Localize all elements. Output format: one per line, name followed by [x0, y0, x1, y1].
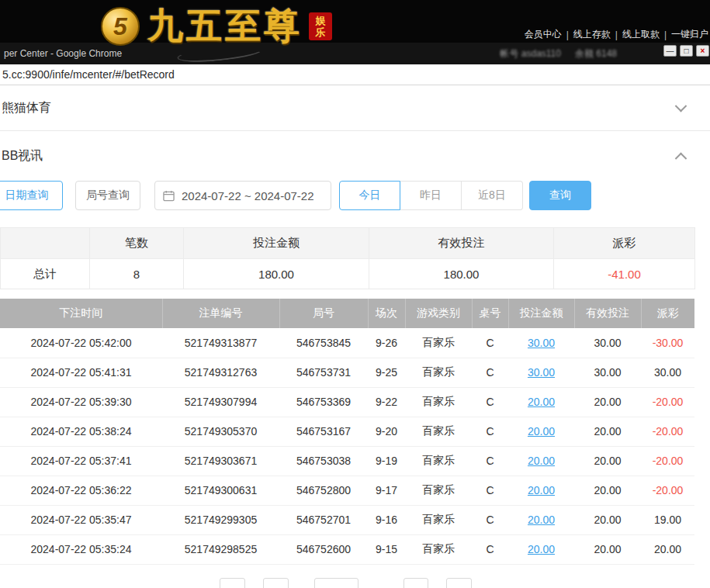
site-logo[interactable]: 5 九五至尊 娱 乐: [101, 2, 332, 50]
payout-cell: 19.00: [641, 505, 694, 534]
payout-cell: -20.00: [641, 417, 694, 446]
summary-header-bet: 投注金额: [184, 228, 369, 259]
table-number-cell: C: [472, 505, 508, 534]
game-type-cell: 百家乐: [405, 446, 472, 476]
bet-amount-cell: 20.00: [508, 534, 574, 564]
summary-total-label: 总计: [1, 259, 90, 289]
table-row: 2024-07-22 05:41:31521749312763546753731…: [0, 358, 694, 387]
order-number-cell: 521749312763: [162, 358, 279, 387]
bet-amount-link[interactable]: 30.00: [528, 337, 555, 349]
last-8-days-button[interactable]: 近8日: [462, 181, 523, 210]
today-button[interactable]: 今日: [339, 181, 400, 210]
summary-total-row: 总计 8 180.00 180.00 -41.00: [1, 259, 695, 289]
table-number-cell: C: [472, 446, 508, 476]
summary-payout-value: -41.00: [554, 259, 695, 289]
order-number-cell: 521749300631: [162, 476, 279, 505]
bet-time-cell: 2024-07-22 05:37:41: [0, 446, 162, 476]
round-number-cell: 546752701: [279, 505, 368, 534]
maximize-button[interactable]: □: [680, 45, 693, 57]
bet-amount-cell: 30.00: [508, 328, 574, 358]
table-row: 2024-07-22 05:38:24521749305370546753167…: [0, 417, 694, 446]
order-number-cell: 521749307994: [162, 387, 279, 417]
pagination-box[interactable]: [446, 578, 472, 588]
nav-one-key-transfer[interactable]: 一键归户: [671, 28, 708, 41]
bet-amount-link[interactable]: 20.00: [528, 514, 555, 526]
game-type-cell: 百家乐: [405, 328, 472, 358]
pagination-box[interactable]: [220, 578, 245, 588]
round-query-tab[interactable]: 局号查询: [75, 181, 140, 210]
game-type-cell: 百家乐: [405, 476, 472, 505]
nav-separator: |: [615, 29, 618, 40]
game-type-cell: 百家乐: [405, 387, 472, 417]
nav-withdraw[interactable]: 线上取款: [622, 28, 660, 41]
table-row: 2024-07-22 05:35:24521749298525546752600…: [0, 534, 694, 564]
bet-record-table: 下注时间 注单编号 局号 场次 游戏类别 桌号 投注金额 有效投注 派彩 202…: [0, 299, 694, 565]
table-row: 2024-07-22 05:35:47521749299305546752701…: [0, 505, 694, 534]
header-game-type: 游戏类别: [405, 299, 472, 328]
table-row: 2024-07-22 05:37:41521749303671546753038…: [0, 446, 694, 476]
round-number-cell: 546753038: [279, 446, 368, 476]
filter-toolbar: 日期查询 局号查询 2024-07-22 ~ 2024-07-22 今日 昨日 …: [0, 181, 710, 210]
payout-cell: -20.00: [641, 387, 694, 417]
round-number-cell: 546753731: [279, 358, 368, 387]
summary-header-row: 笔数 投注金额 有效投注 派彩: [1, 228, 695, 259]
nav-deposit[interactable]: 线上存款: [573, 28, 611, 41]
valid-bet-cell: 30.00: [574, 358, 641, 387]
bet-amount-link[interactable]: 20.00: [528, 543, 555, 555]
table-number-cell: C: [472, 476, 508, 505]
section-bb-label: BB视讯: [0, 148, 43, 164]
window-controls: — □ ×: [663, 45, 709, 57]
game-type-cell: 百家乐: [405, 505, 472, 534]
session-cell: 9-26: [368, 328, 405, 358]
pagination-box[interactable]: [314, 578, 358, 588]
quick-date-group: 今日 昨日 近8日: [339, 181, 523, 210]
section-panda-sports[interactable]: 熊猫体育: [0, 92, 710, 124]
header-table-number: 桌号: [472, 299, 508, 328]
bet-amount-link[interactable]: 20.00: [528, 455, 555, 467]
header-valid-bet: 有效投注: [574, 299, 641, 328]
minimize-button[interactable]: —: [663, 45, 677, 57]
summary-table: 笔数 投注金额 有效投注 派彩 总计 8 180.00 180.00 -41.0…: [0, 227, 695, 289]
round-number-cell: 546752600: [279, 534, 368, 564]
date-range-value: 2024-07-22 ~ 2024-07-22: [182, 189, 314, 202]
pagination-box[interactable]: [263, 578, 289, 588]
search-button[interactable]: 查询: [529, 181, 591, 210]
chevron-down-icon[interactable]: [673, 100, 688, 116]
balance-text: 余额 6148: [575, 43, 617, 64]
bet-amount-cell: 20.00: [508, 476, 574, 505]
valid-bet-cell: 20.00: [574, 534, 641, 564]
address-bar[interactable]: 5.cc:9900/infe/mcenter/#/betRecord: [0, 64, 710, 85]
order-number-cell: 521749303671: [162, 446, 279, 476]
round-number-cell: 546753369: [279, 387, 368, 417]
bet-amount-link[interactable]: 30.00: [528, 366, 555, 379]
section-bb-video[interactable]: BB视讯: [0, 140, 710, 172]
bet-time-cell: 2024-07-22 05:38:24: [0, 417, 162, 446]
session-cell: 9-17: [368, 476, 405, 505]
valid-bet-cell: 30.00: [574, 328, 641, 358]
order-number-cell: 521749305370: [162, 417, 279, 446]
chevron-up-icon[interactable]: [673, 148, 688, 164]
date-query-tab[interactable]: 日期查询: [0, 181, 63, 210]
bet-amount-link[interactable]: 20.00: [528, 396, 555, 408]
payout-cell: -30.00: [641, 328, 694, 358]
logo-badge: 娱 乐: [309, 12, 332, 40]
bet-amount-link[interactable]: 20.00: [528, 484, 555, 496]
header-session: 场次: [368, 299, 405, 328]
summary-header-payout: 派彩: [554, 228, 695, 259]
bet-amount-cell: 30.00: [508, 358, 574, 387]
yesterday-button[interactable]: 昨日: [400, 181, 462, 210]
session-cell: 9-25: [368, 358, 405, 387]
date-range-input[interactable]: 2024-07-22 ~ 2024-07-22: [154, 181, 331, 210]
bet-time-cell: 2024-07-22 05:42:00: [0, 328, 162, 358]
valid-bet-cell: 20.00: [574, 387, 641, 417]
session-cell: 9-16: [368, 505, 405, 534]
payout-cell: -20.00: [641, 476, 694, 505]
pagination-box[interactable]: [403, 578, 428, 588]
close-button[interactable]: ×: [696, 45, 709, 57]
nav-member-center[interactable]: 会员中心: [525, 28, 562, 41]
valid-bet-cell: 20.00: [574, 446, 641, 476]
session-cell: 9-22: [368, 387, 405, 417]
bet-time-cell: 2024-07-22 05:35:47: [0, 505, 162, 534]
bet-amount-link[interactable]: 20.00: [528, 425, 555, 438]
pagination: [0, 578, 710, 588]
